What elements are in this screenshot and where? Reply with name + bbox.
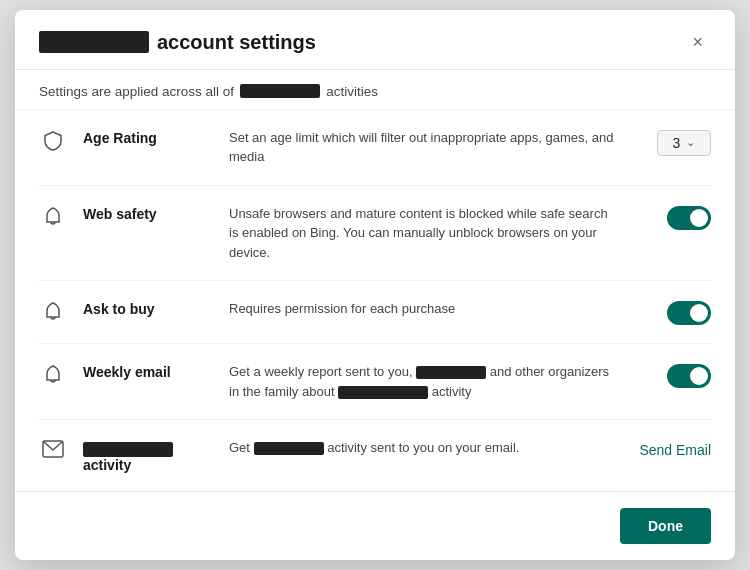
activity-email-control: Send Email (631, 438, 711, 458)
dialog-footer: Done (15, 491, 735, 560)
dialog-title: account settings (39, 31, 316, 54)
weekly-email-control (631, 362, 711, 388)
ask-to-buy-description: Requires permission for each purchase (229, 299, 615, 319)
ask-to-buy-control (631, 299, 711, 325)
weekly-email-toggle[interactable] (667, 364, 711, 388)
dialog-subtitle: Settings are applied across all of activ… (15, 70, 735, 110)
web-safety-toggle[interactable] (667, 206, 711, 230)
bell-icon-weekly-email (39, 362, 67, 386)
setting-row-web-safety: Web safety Unsafe browsers and mature co… (39, 186, 711, 282)
bell-icon-ask-to-buy (39, 299, 67, 323)
close-button[interactable]: × (684, 28, 711, 57)
web-safety-control (631, 204, 711, 230)
redacted-activity-name (254, 442, 324, 455)
done-button[interactable]: Done (620, 508, 711, 544)
subtitle-suffix: activities (326, 84, 378, 99)
weekly-email-description: Get a weekly report sent to you, and oth… (229, 362, 615, 401)
age-rating-control: 3 ⌄ (631, 128, 711, 156)
setting-row-age-rating: Age Rating Set an age limit which will f… (39, 110, 711, 186)
subtitle-redacted-block (240, 84, 320, 98)
activity-label-text: activity (83, 457, 131, 473)
send-email-link[interactable]: Send Email (639, 440, 711, 458)
subtitle-prefix: Settings are applied across all of (39, 84, 234, 99)
account-settings-dialog: account settings × Settings are applied … (15, 10, 735, 560)
dialog-header: account settings × (15, 10, 735, 70)
activity-email-label: activity (83, 438, 213, 473)
chevron-down-icon: ⌄ (686, 136, 695, 149)
setting-row-weekly-email: Weekly email Get a weekly report sent to… (39, 344, 711, 420)
age-rating-label: Age Rating (83, 128, 213, 146)
settings-list: Age Rating Set an age limit which will f… (15, 110, 735, 491)
bell-icon-web-safety (39, 204, 67, 228)
age-rating-value: 3 (673, 135, 681, 151)
mail-icon (39, 438, 67, 458)
activity-email-description: Get activity sent to you on your email. (229, 438, 615, 458)
setting-row-ask-to-buy: Ask to buy Requires permission for each … (39, 281, 711, 344)
redacted-name-1 (416, 366, 486, 379)
setting-row-activity-email: activity Get activity sent to you on you… (39, 420, 711, 491)
age-rating-dropdown[interactable]: 3 ⌄ (657, 130, 711, 156)
ask-to-buy-toggle[interactable] (667, 301, 711, 325)
web-safety-label: Web safety (83, 204, 213, 222)
ask-to-buy-label: Ask to buy (83, 299, 213, 317)
web-safety-description: Unsafe browsers and mature content is bl… (229, 204, 615, 263)
weekly-email-label: Weekly email (83, 362, 213, 380)
title-text: account settings (157, 31, 316, 54)
age-rating-description: Set an age limit which will filter out i… (229, 128, 615, 167)
shield-icon (39, 128, 67, 152)
redacted-name-2 (338, 386, 428, 399)
redacted-label-block (83, 442, 173, 457)
title-redacted-block (39, 31, 149, 53)
